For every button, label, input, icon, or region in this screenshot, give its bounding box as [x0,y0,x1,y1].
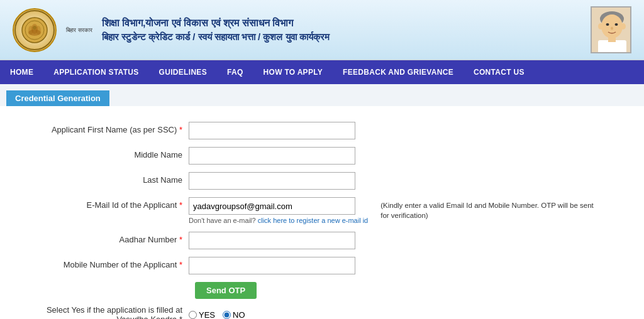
first-name-label: Applicant First Name (as per SSC) * [19,122,189,136]
person-svg [592,8,631,53]
mobile-label: Mobile Number of the Applicant * [19,257,189,271]
middle-name-input-wrap [189,147,355,165]
vasudha-yes-label[interactable]: YES [189,310,215,320]
nav-contact-us[interactable]: CONTACT US [464,60,535,84]
header-text: बिहार सरकार [66,26,92,34]
last-name-row: Last Name [19,172,625,190]
navbar: HOME APPLICATION STATUS GUIDELINES FAQ H… [0,60,644,84]
last-name-input[interactable] [189,172,355,190]
svg-point-10 [606,23,609,26]
svg-point-5 [36,26,41,35]
logo-inner [14,10,55,50]
first-name-input-wrap [189,122,355,139]
aadhar-label: Aadhar Number * [19,232,189,246]
email-label: E-Mail Id of the Applicant * [19,197,189,211]
vasudha-label: Select Yes if the application is filled … [19,305,189,319]
email-input[interactable] [189,197,355,215]
mobile-input-wrap [189,257,355,274]
credential-badge-wrap: Credential Generation [0,84,644,106]
nav-how-to-apply[interactable]: HOW TO APPLY [253,60,333,84]
svg-point-11 [615,23,618,26]
aadhar-row: Aadhar Number * [19,232,625,249]
aadhar-input-wrap [189,232,355,249]
vasudha-yes-radio[interactable] [189,311,197,319]
form-area: Applicant First Name (as per SSC) * Midd… [0,106,644,319]
send-otp-button[interactable]: Send OTP [195,282,257,299]
svg-point-13 [598,23,603,30]
nav-faq[interactable]: FAQ [217,60,253,84]
middle-name-label: Middle Name [19,147,189,161]
vasudha-row: Select Yes if the application is filled … [19,305,625,319]
header-title-top: शिक्षा विभाग,योजना एवं विकास एवं श्रम सं… [102,18,330,29]
email-input-section: Don't have an e-mail? click here to regi… [189,197,601,224]
svg-point-4 [28,26,33,35]
header-titles: शिक्षा विभाग,योजना एवं विकास एवं श्रम सं… [102,18,330,43]
mobile-row: Mobile Number of the Applicant * [19,257,625,274]
vasudha-no-label[interactable]: NO [223,310,245,320]
svg-point-9 [601,14,623,38]
nav-home[interactable]: HOME [0,60,43,84]
otp-hint-text: (Kindly enter a valid Email Id and Mobil… [380,197,601,220]
mobile-input[interactable] [189,257,355,274]
register-email-link[interactable]: click here to register a new e-mail id [258,217,368,224]
vasudha-no-radio[interactable] [223,311,231,319]
middle-name-row: Middle Name [19,147,625,165]
government-logo [13,8,57,52]
credential-form: Applicant First Name (as per SSC) * Midd… [0,109,644,319]
last-name-label: Last Name [19,172,189,186]
page-header: बिहार सरकार शिक्षा विभाग,योजना एवं विकास… [0,0,644,60]
email-input-wrap: Don't have an e-mail? click here to regi… [189,197,368,224]
credential-generation-badge: Credential Generation [6,90,109,106]
minister-photo [591,6,631,53]
first-name-input[interactable] [189,122,355,139]
nav-application-status[interactable]: APPLICATION STATUS [43,60,148,84]
aadhar-input[interactable] [189,232,355,249]
svg-rect-16 [608,37,616,42]
bihar-sarkar-label: बिहार सरकार [66,27,92,34]
middle-name-input[interactable] [189,147,355,165]
svg-rect-15 [598,40,626,53]
last-name-input-wrap [189,172,355,190]
svg-point-14 [621,23,626,30]
email-row: E-Mail Id of the Applicant * Don't have … [19,197,625,224]
email-note: Don't have an e-mail? click here to regi… [189,217,368,224]
first-name-row: Applicant First Name (as per SSC) * [19,122,625,139]
header-left: बिहार सरकार शिक्षा विभाग,योजना एवं विकास… [13,8,330,52]
svg-point-6 [33,26,36,30]
person-image [592,8,630,52]
svg-point-12 [611,27,613,30]
emblem-svg [21,16,48,44]
vasudha-radio-group: YES NO [189,310,245,320]
nav-guidelines[interactable]: GUIDELINES [149,60,217,84]
header-title-bottom: बिहार स्टुडेन्ट क्रेडिट कार्ड / स्वयं सह… [102,31,330,43]
nav-feedback-grievance[interactable]: FEEDBACK AND GRIEVANCE [333,60,464,84]
